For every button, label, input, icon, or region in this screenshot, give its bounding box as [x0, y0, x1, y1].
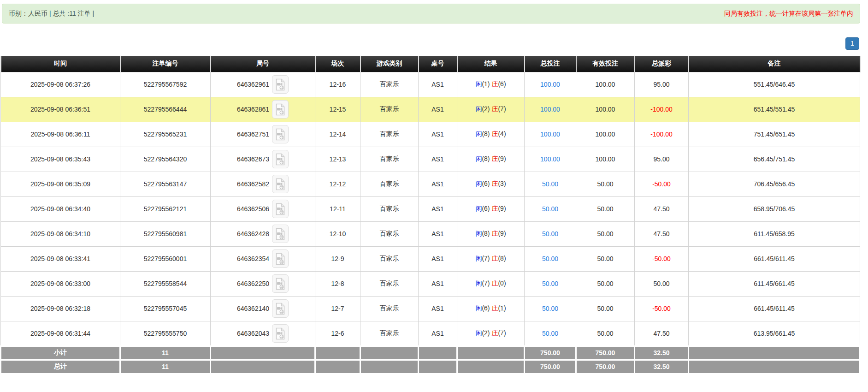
total-bet-link[interactable]: 100.00 [540, 81, 560, 88]
total-bet-link[interactable]: 100.00 [540, 155, 560, 163]
game-type-cell: 百家乐 [360, 296, 419, 321]
session-cell: 12-10 [315, 221, 360, 246]
player-score: (1) [482, 80, 490, 88]
video-record-button[interactable] [272, 249, 289, 268]
result-cell: 闲(2) 庄(7) [457, 321, 525, 346]
remark-cell: 656.45/751.45 [689, 147, 860, 172]
payout-cell: -50.00 [635, 172, 689, 196]
session-cell: 12-12 [315, 172, 360, 196]
valid-bet-cell: 100.00 [576, 147, 635, 172]
banker-result: 庄 [491, 255, 498, 262]
time-cell: 2025-09-08 06:36:11 [1, 122, 120, 147]
total-bet-link[interactable]: 50.00 [542, 205, 558, 213]
table-row: 2025-09-08 06:31:44522795555750646362043… [1, 321, 860, 346]
video-record-icon [275, 228, 285, 240]
video-record-icon [275, 327, 285, 340]
notice-bar: 币别：人民币 | 总共 :11 注单 | 同局有效投注，统一计算在该局第一张注单… [2, 4, 860, 24]
round-number: 646362428 [237, 230, 269, 238]
total-bet-cell: 100.00 [525, 97, 576, 122]
player-score: (6) [482, 304, 490, 312]
valid-bet-cell: 50.00 [576, 221, 635, 246]
result-cell: 闲(2) 庄(7) [457, 97, 525, 122]
bet-id-cell: 522795558544 [120, 271, 211, 296]
total-row-remark-cell [689, 360, 860, 374]
video-record-button[interactable] [272, 299, 289, 318]
table-body: 2025-09-08 06:37:26522795567592646362961… [1, 72, 860, 346]
bet-records-table: 时间注单编号局号场次游戏类别桌号结果总投注有效投注总派彩备注 2025-09-0… [0, 56, 861, 374]
video-record-button[interactable] [272, 324, 289, 343]
game-type-cell: 百家乐 [360, 196, 419, 221]
table-row: 2025-09-08 06:34:40522795562121646362506… [1, 196, 860, 221]
game-type-cell: 百家乐 [360, 172, 419, 196]
col-header-round: 局号 [211, 56, 315, 72]
table-no-cell: AS1 [419, 246, 457, 271]
player-score: (2) [482, 329, 490, 337]
video-record-button[interactable] [272, 274, 289, 293]
table-row: 2025-09-08 06:36:11522795565231646362751… [1, 122, 860, 147]
payout-cell: 47.50 [635, 196, 689, 221]
round-number: 646362506 [237, 205, 269, 213]
player-score: (7) [482, 279, 490, 287]
subtotal-row-round-cell [211, 346, 315, 360]
player-result: 闲 [475, 255, 482, 262]
total-bet-link[interactable]: 50.00 [542, 280, 558, 287]
round-number: 646362861 [237, 106, 269, 113]
result-cell: 闲(6) 庄(9) [457, 196, 525, 221]
banker-result: 庄 [491, 155, 498, 162]
subtotal-row-label-cell: 小计 [1, 346, 120, 360]
col-header-session: 场次 [315, 56, 360, 72]
result-cell: 闲(8) 庄(9) [457, 147, 525, 172]
player-score: (6) [482, 180, 490, 187]
subtotal-row-total-payout-cell: 32.50 [635, 346, 689, 360]
session-cell: 12-9 [315, 246, 360, 271]
video-record-button[interactable] [272, 75, 289, 94]
payout-cell: -100.00 [635, 97, 689, 122]
table-no-cell: AS1 [419, 321, 457, 346]
time-cell: 2025-09-08 06:37:26 [1, 72, 120, 97]
round-cell: 646362673 [211, 147, 315, 172]
bet-id-cell: 522795564320 [120, 147, 211, 172]
subtotal-row-valid-bet-cell: 750.00 [576, 346, 635, 360]
round-cell: 646362861 [211, 97, 315, 122]
total-bet-link[interactable]: 50.00 [542, 180, 558, 188]
session-cell: 12-7 [315, 296, 360, 321]
video-record-button[interactable] [272, 175, 289, 193]
remark-cell: 658.95/706.45 [689, 196, 860, 221]
video-record-button[interactable] [272, 100, 289, 119]
result-cell: 闲(7) 庄(0) [457, 271, 525, 296]
round-cell: 646362354 [211, 246, 315, 271]
round-number: 646362961 [237, 81, 269, 88]
round-number: 646362354 [237, 255, 269, 262]
bet-id-cell: 522795557045 [120, 296, 211, 321]
time-cell: 2025-09-08 06:32:18 [1, 296, 120, 321]
bet-id-cell: 522795563147 [120, 172, 211, 196]
col-header-game-type: 游戏类别 [360, 56, 419, 72]
session-cell: 12-6 [315, 321, 360, 346]
player-result: 闲 [475, 279, 482, 287]
video-record-icon [275, 303, 285, 315]
bet-id-cell: 522795567592 [120, 72, 211, 97]
total-bet-link[interactable]: 50.00 [542, 330, 558, 337]
round-number: 646362043 [237, 330, 269, 337]
player-result: 闲 [475, 155, 482, 162]
total-bet-link[interactable]: 50.00 [542, 230, 558, 238]
total-bet-cell: 100.00 [525, 147, 576, 172]
total-bet-cell: 100.00 [525, 122, 576, 147]
table-no-cell: AS1 [419, 221, 457, 246]
total-bet-link[interactable]: 100.00 [540, 106, 560, 113]
player-score: (8) [482, 230, 490, 237]
remark-cell: 661.45/611.45 [689, 296, 860, 321]
video-record-button[interactable] [272, 200, 289, 218]
col-header-table-no: 桌号 [419, 56, 457, 72]
total-bet-link[interactable]: 100.00 [540, 131, 560, 138]
remark-cell: 611.45/661.45 [689, 271, 860, 296]
player-result: 闲 [475, 80, 482, 88]
total-bet-link[interactable]: 50.00 [542, 255, 558, 262]
video-record-button[interactable] [272, 125, 289, 143]
player-result: 闲 [475, 230, 482, 237]
video-record-button[interactable] [272, 225, 289, 243]
total-bet-link[interactable]: 50.00 [542, 305, 558, 312]
valid-bet-cell: 50.00 [576, 246, 635, 271]
video-record-button[interactable] [272, 150, 289, 168]
page-1-button[interactable]: 1 [845, 37, 859, 50]
